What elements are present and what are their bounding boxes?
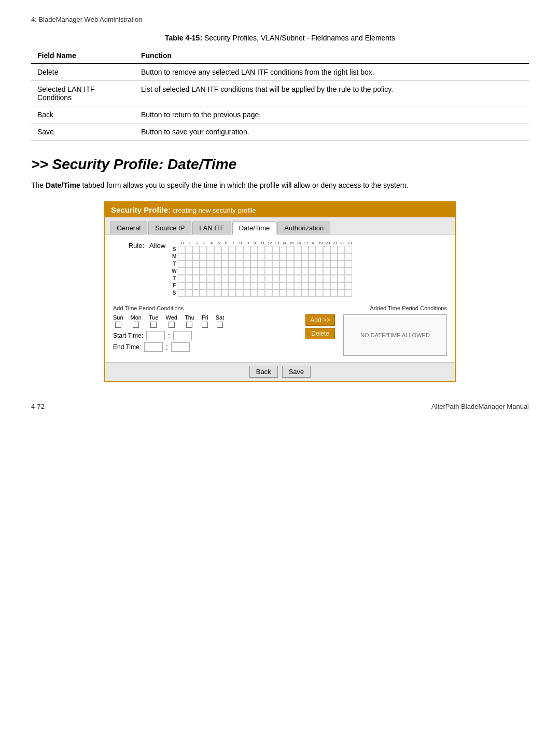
grid-cell-4-15[interactable] — [287, 275, 294, 282]
grid-cell-4-3[interactable] — [200, 275, 207, 282]
grid-cell-3-6[interactable] — [221, 268, 229, 275]
grid-cell-1-20[interactable] — [323, 253, 330, 260]
grid-cell-3-15[interactable] — [287, 268, 294, 275]
grid-cell-0-6[interactable] — [221, 246, 229, 253]
grid-cell-4-9[interactable] — [243, 275, 250, 282]
grid-cell-6-7[interactable] — [229, 289, 236, 297]
grid-cell-5-14[interactable] — [279, 282, 287, 289]
grid-cell-6-11[interactable] — [258, 289, 265, 297]
grid-cell-5-5[interactable] — [214, 282, 221, 289]
grid-cell-6-1[interactable] — [185, 289, 192, 297]
tab-date-time[interactable]: Date/Time — [232, 222, 276, 234]
grid-cell-1-0[interactable] — [178, 253, 185, 260]
grid-cell-5-2[interactable] — [192, 282, 200, 289]
day-checkbox-mon[interactable] — [133, 322, 139, 328]
grid-cell-1-19[interactable] — [316, 253, 323, 260]
grid-cell-5-22[interactable] — [338, 282, 345, 289]
delete-button[interactable]: Delete — [305, 328, 335, 339]
grid-cell-6-13[interactable] — [272, 289, 279, 297]
grid-cell-2-8[interactable] — [236, 260, 243, 268]
grid-cell-5-17[interactable] — [301, 282, 309, 289]
grid-cell-4-23[interactable] — [345, 275, 352, 282]
grid-cell-2-23[interactable] — [345, 260, 352, 268]
day-checkbox-sat[interactable] — [217, 322, 223, 328]
tab-source ip[interactable]: Source IP — [148, 222, 191, 234]
grid-cell-0-21[interactable] — [330, 246, 338, 253]
grid-cell-2-5[interactable] — [214, 260, 221, 268]
grid-cell-6-10[interactable] — [250, 289, 258, 297]
grid-cell-6-2[interactable] — [192, 289, 200, 297]
grid-cell-6-12[interactable] — [265, 289, 272, 297]
grid-cell-4-16[interactable] — [294, 275, 301, 282]
grid-cell-4-5[interactable] — [214, 275, 221, 282]
grid-cell-4-7[interactable] — [229, 275, 236, 282]
grid-cell-6-21[interactable] — [330, 289, 338, 297]
grid-cell-3-20[interactable] — [323, 268, 330, 275]
grid-cell-0-2[interactable] — [192, 246, 200, 253]
day-checkbox-wed[interactable] — [169, 322, 175, 328]
grid-cell-1-2[interactable] — [192, 253, 200, 260]
grid-cell-1-15[interactable] — [287, 253, 294, 260]
grid-cell-0-11[interactable] — [258, 246, 265, 253]
grid-cell-1-3[interactable] — [200, 253, 207, 260]
grid-cell-4-22[interactable] — [338, 275, 345, 282]
grid-cell-5-4[interactable] — [207, 282, 214, 289]
grid-cell-2-22[interactable] — [338, 260, 345, 268]
grid-cell-0-7[interactable] — [229, 246, 236, 253]
grid-cell-1-4[interactable] — [207, 253, 214, 260]
grid-cell-3-1[interactable] — [185, 268, 192, 275]
grid-cell-1-22[interactable] — [338, 253, 345, 260]
grid-cell-3-21[interactable] — [330, 268, 338, 275]
grid-cell-6-4[interactable] — [207, 289, 214, 297]
grid-cell-1-12[interactable] — [265, 253, 272, 260]
grid-cell-6-19[interactable] — [316, 289, 323, 297]
start-time-min[interactable] — [173, 331, 192, 340]
grid-cell-1-11[interactable] — [258, 253, 265, 260]
grid-cell-6-20[interactable] — [323, 289, 330, 297]
grid-cell-2-7[interactable] — [229, 260, 236, 268]
grid-cell-1-10[interactable] — [250, 253, 258, 260]
grid-cell-1-14[interactable] — [279, 253, 287, 260]
grid-cell-4-21[interactable] — [330, 275, 338, 282]
grid-cell-5-3[interactable] — [200, 282, 207, 289]
grid-cell-6-5[interactable] — [214, 289, 221, 297]
grid-cell-6-15[interactable] — [287, 289, 294, 297]
grid-cell-0-0[interactable] — [178, 246, 185, 253]
start-time-hour[interactable] — [146, 331, 165, 340]
save-button[interactable]: Save — [282, 366, 311, 378]
grid-cell-4-10[interactable] — [250, 275, 258, 282]
grid-cell-3-18[interactable] — [309, 268, 316, 275]
grid-cell-2-6[interactable] — [221, 260, 229, 268]
grid-cell-5-9[interactable] — [243, 282, 250, 289]
tab-general[interactable]: General — [110, 222, 147, 234]
grid-cell-1-13[interactable] — [272, 253, 279, 260]
grid-cell-6-9[interactable] — [243, 289, 250, 297]
grid-cell-5-6[interactable] — [221, 282, 229, 289]
grid-cell-5-18[interactable] — [309, 282, 316, 289]
grid-cell-6-14[interactable] — [279, 289, 287, 297]
grid-cell-4-1[interactable] — [185, 275, 192, 282]
grid-cell-3-8[interactable] — [236, 268, 243, 275]
grid-cell-2-18[interactable] — [309, 260, 316, 268]
grid-cell-3-0[interactable] — [178, 268, 185, 275]
grid-cell-3-12[interactable] — [265, 268, 272, 275]
grid-cell-2-3[interactable] — [200, 260, 207, 268]
grid-cell-3-3[interactable] — [200, 268, 207, 275]
grid-cell-3-19[interactable] — [316, 268, 323, 275]
grid-cell-3-5[interactable] — [214, 268, 221, 275]
grid-cell-2-10[interactable] — [250, 260, 258, 268]
grid-cell-1-17[interactable] — [301, 253, 309, 260]
grid-cell-6-22[interactable] — [338, 289, 345, 297]
grid-cell-6-3[interactable] — [200, 289, 207, 297]
grid-cell-0-14[interactable] — [279, 246, 287, 253]
grid-cell-4-13[interactable] — [272, 275, 279, 282]
grid-cell-4-19[interactable] — [316, 275, 323, 282]
grid-cell-0-15[interactable] — [287, 246, 294, 253]
grid-cell-0-1[interactable] — [185, 246, 192, 253]
grid-cell-0-16[interactable] — [294, 246, 301, 253]
grid-cell-3-14[interactable] — [279, 268, 287, 275]
grid-cell-0-3[interactable] — [200, 246, 207, 253]
grid-cell-0-13[interactable] — [272, 246, 279, 253]
grid-cell-2-2[interactable] — [192, 260, 200, 268]
grid-cell-1-9[interactable] — [243, 253, 250, 260]
